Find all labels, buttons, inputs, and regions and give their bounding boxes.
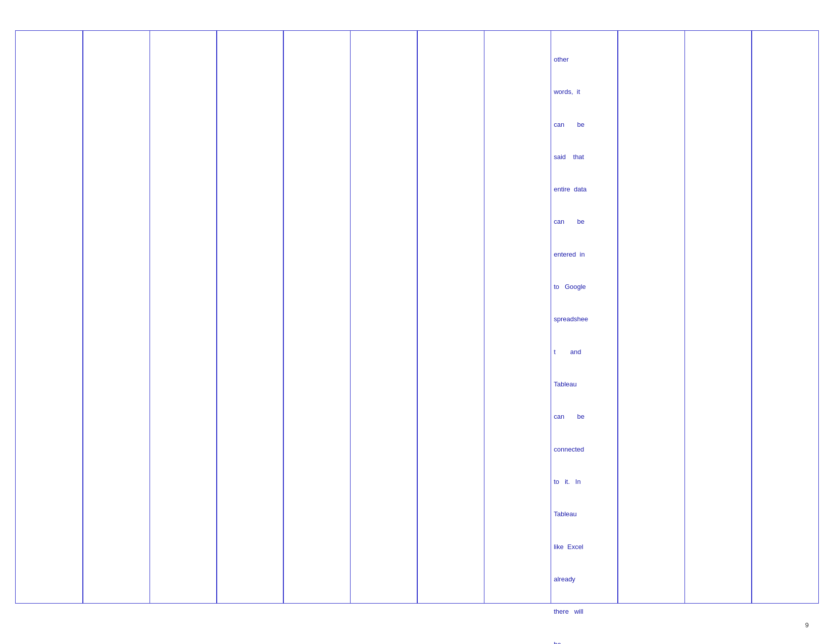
- table-grid: [15, 30, 819, 604]
- text-line-tableau-1: Tableau: [554, 379, 616, 389]
- text-line-connected: connected: [554, 444, 616, 455]
- text-line-words-it: words, it: [554, 86, 616, 97]
- col-line-5: [350, 31, 351, 603]
- text-line-entered-in: entered in: [554, 249, 616, 260]
- page: other words, it can be said that entire …: [0, 0, 834, 644]
- text-line-can-be-1: can be: [554, 119, 616, 130]
- text-line-to-it-in: to it. In: [554, 476, 616, 487]
- col-line-9: [617, 31, 618, 603]
- text-line-other: other: [554, 54, 616, 65]
- col-line-8: [551, 31, 552, 603]
- text-line-like-excel: like Excel: [554, 541, 616, 552]
- col-line-2: [150, 31, 151, 603]
- page-number: 9: [805, 621, 809, 629]
- col-line-11: [751, 31, 752, 603]
- text-line-said-that: said that: [554, 152, 616, 162]
- table-area: other words, it can be said that entire …: [15, 30, 819, 604]
- cell-text: other words, it can be said that entire …: [554, 32, 616, 644]
- text-line-be: be: [554, 639, 616, 645]
- col-line-7: [484, 31, 485, 603]
- col-line-10: [684, 31, 685, 603]
- text-line-t-and: t and: [554, 346, 616, 357]
- col-line-3: [216, 31, 217, 603]
- text-line-entire-data: entire data: [554, 184, 616, 194]
- col-line-6: [417, 31, 418, 603]
- col-line-4: [283, 31, 284, 603]
- text-line-can-be-3: can be: [554, 411, 616, 422]
- text-line-there-will: there will: [554, 606, 616, 617]
- text-line-to-google: to Google: [554, 281, 616, 292]
- text-line-already: already: [554, 574, 616, 584]
- text-line-can-be-2: can be: [554, 216, 616, 227]
- text-line-spreadshee: spreadshee: [554, 314, 616, 324]
- text-line-tableau-2: Tableau: [554, 509, 616, 519]
- col-line-1: [82, 31, 83, 603]
